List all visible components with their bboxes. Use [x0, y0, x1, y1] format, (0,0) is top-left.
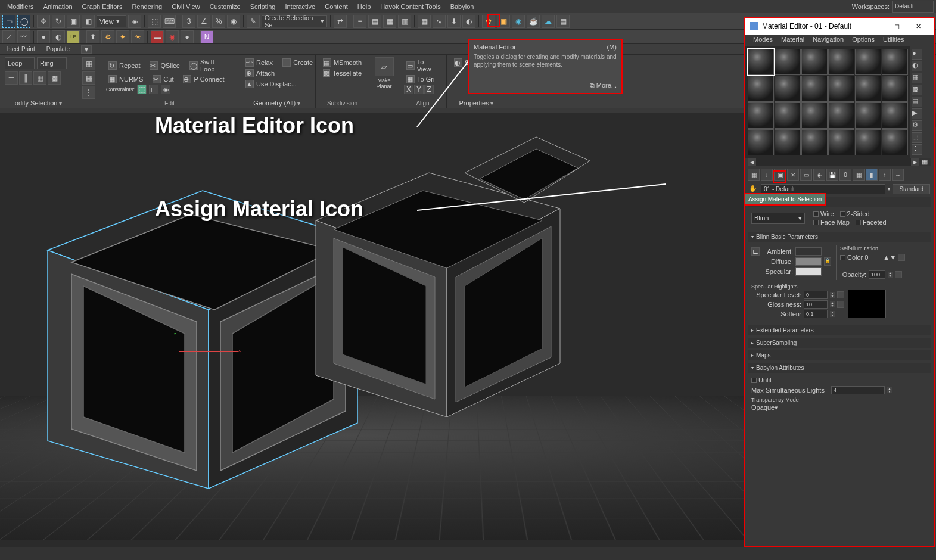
material-slot-21[interactable]: [801, 129, 828, 155]
select-rect-icon[interactable]: ▭: [2, 15, 15, 28]
menu-content[interactable]: Content: [320, 1, 353, 12]
to-grid-button[interactable]: ▦To Gri: [404, 74, 441, 85]
material-slot-9[interactable]: [801, 76, 828, 102]
constraint2-icon[interactable]: ◻: [149, 85, 158, 94]
paint-icon[interactable]: ●: [37, 30, 50, 43]
go-to-parent-icon[interactable]: ↑: [879, 169, 891, 181]
make-planar-button[interactable]: ▱: [375, 57, 394, 76]
material-slot-23[interactable]: [855, 129, 881, 155]
sample-scrollbar[interactable]: ◀▶ ▦: [748, 158, 931, 166]
menu-babylon[interactable]: Babylon: [446, 1, 479, 12]
menu-graph-editors[interactable]: Graph Editors: [77, 1, 128, 12]
percent-snap-icon[interactable]: %: [212, 15, 225, 28]
ribbon-collapse-icon[interactable]: ▾: [81, 45, 92, 54]
populate-tab[interactable]: Populate: [42, 46, 74, 52]
preview-icon[interactable]: ▶: [912, 108, 922, 119]
edit-named-sel-icon[interactable]: ✎: [247, 15, 260, 28]
render-cloud-icon[interactable]: ☁: [542, 15, 555, 28]
material-slot-3[interactable]: [801, 49, 828, 75]
material-slot-13[interactable]: [748, 102, 774, 129]
align-right-icon[interactable]: ▥: [398, 15, 411, 28]
menu-customize[interactable]: Customize: [205, 1, 245, 12]
material-slot-14[interactable]: [775, 102, 801, 129]
material-editor-icon[interactable]: ◐: [462, 15, 475, 28]
extended-parameters-rollout[interactable]: Extended Parameters: [748, 325, 931, 335]
scroll-left-icon[interactable]: ◀: [748, 158, 756, 166]
wire-check[interactable]: Wire: [813, 210, 834, 217]
self-illum-color-check[interactable]: Color 0 ▲▼: [840, 254, 905, 261]
spec-level-map-icon[interactable]: [837, 291, 844, 298]
ambient-color-swatch[interactable]: [795, 247, 822, 256]
material-slot-6[interactable]: [882, 49, 908, 75]
put-to-scene-icon[interactable]: ↓: [761, 169, 773, 181]
sample-windows-icon[interactable]: ▦: [922, 158, 931, 166]
paint-alt-icon[interactable]: ◐: [52, 30, 65, 43]
make-copy-icon[interactable]: ▭: [800, 169, 812, 181]
select-by-mat-icon[interactable]: ⬚: [912, 132, 922, 143]
mat-menu-material[interactable]: Material: [777, 35, 808, 46]
opacity-spinner[interactable]: 100: [869, 270, 885, 279]
render-setup-icon[interactable]: ✿: [482, 15, 495, 28]
select-lasso-icon[interactable]: ◯: [17, 15, 30, 28]
ambient-lock-icon[interactable]: ⊏: [751, 247, 760, 256]
msmooth-button[interactable]: ▦MSmooth: [321, 57, 364, 68]
spinner-snap-icon[interactable]: ◉: [227, 15, 240, 28]
assign-to-selection-icon[interactable]: ▣: [774, 169, 786, 181]
create-button[interactable]: +Create: [280, 57, 315, 68]
sun-icon[interactable]: ☀: [131, 30, 144, 43]
opacity-map-icon[interactable]: [895, 271, 902, 278]
menu-havok[interactable]: Havok Content Tools: [375, 1, 445, 12]
loop-button[interactable]: Loop: [5, 57, 35, 69]
use-displacement-button[interactable]: ▲Use Displac...: [243, 79, 310, 89]
glossiness-map-icon[interactable]: [837, 301, 844, 308]
menu-civil-view[interactable]: Civil View: [167, 1, 204, 12]
tooltip-more-link[interactable]: ⧉ More...: [590, 82, 617, 89]
specular-level-spinner[interactable]: 0: [804, 291, 828, 299]
mat-menu-modes[interactable]: Modes: [749, 35, 777, 46]
relax-button[interactable]: 〰Relax: [243, 57, 275, 68]
specular-color-swatch[interactable]: [795, 267, 822, 276]
properties-dropdown[interactable]: Properties: [459, 99, 489, 107]
material-slot-7[interactable]: [748, 76, 774, 102]
repeat-button[interactable]: ↻Repeat: [106, 57, 142, 74]
nurms-button[interactable]: ▦NURMS: [106, 74, 145, 85]
show-in-viewport-icon[interactable]: ▦: [853, 169, 865, 181]
material-type-button[interactable]: Standard: [893, 184, 930, 194]
material-slot-4[interactable]: [828, 49, 854, 75]
placement-icon[interactable]: ◧: [82, 15, 95, 28]
render-frame-icon[interactable]: ▣: [497, 15, 510, 28]
menu-animation[interactable]: Animation: [39, 1, 77, 12]
geometry-all-dropdown[interactable]: Geometry (All): [253, 99, 296, 107]
diffuse-lock-icon[interactable]: 🔒: [824, 257, 831, 266]
self-illum-spinner[interactable]: 0: [865, 254, 881, 261]
supersampling-rollout[interactable]: SuperSampling: [748, 338, 931, 348]
modify-selection-dropdown[interactable]: odify Selection: [15, 99, 58, 107]
material-slot-1[interactable]: [748, 49, 774, 75]
material-slot-24[interactable]: [882, 129, 908, 155]
material-editor-titlebar[interactable]: Material Editor - 01 - Default — ◻ ✕: [745, 18, 934, 35]
maps-rollout[interactable]: Maps: [748, 350, 931, 360]
backlight-icon[interactable]: ◐: [912, 61, 922, 71]
menu-modifiers[interactable]: Modifiers: [2, 1, 39, 12]
select-manipulate-icon[interactable]: ⬚: [148, 15, 161, 28]
attach-button[interactable]: ⊕Attach: [243, 68, 310, 79]
pivot-icon[interactable]: ◈: [128, 15, 141, 28]
material-slot-22[interactable]: [828, 129, 854, 155]
material-slot-5[interactable]: [855, 49, 881, 75]
menu-scripting[interactable]: Scripting: [245, 1, 281, 12]
get-material-icon[interactable]: ▦: [748, 169, 760, 181]
diffuse-color-swatch[interactable]: [795, 257, 822, 266]
material-slot-10[interactable]: [828, 76, 854, 102]
move-icon[interactable]: ✥: [37, 15, 50, 28]
brush-shape-icon[interactable]: ⟋: [2, 30, 15, 43]
p-connect-button[interactable]: ⊕P Connect: [181, 74, 226, 85]
render-icon[interactable]: ◉: [512, 15, 525, 28]
cut-button[interactable]: ✂Cut: [150, 74, 176, 85]
go-forward-icon[interactable]: →: [892, 169, 904, 181]
shader-type-dropdown[interactable]: Blinn▾: [751, 213, 805, 224]
mat-menu-utilities[interactable]: Utilities: [879, 35, 908, 46]
material-slot-20[interactable]: [775, 129, 801, 155]
ref-coord-dropdown[interactable]: View▾: [97, 15, 126, 27]
align-icon[interactable]: ≡: [353, 15, 366, 28]
transparency-mode-dropdown[interactable]: Opaque▾: [751, 404, 888, 412]
